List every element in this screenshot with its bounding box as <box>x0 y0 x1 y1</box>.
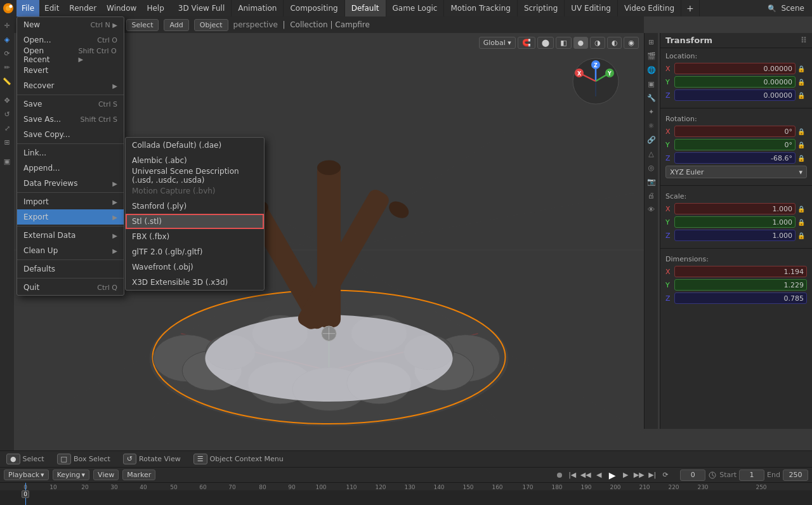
current-frame[interactable]: 0 <box>680 469 705 481</box>
prev-frame-btn[interactable]: ◀ <box>593 469 605 481</box>
menu-append[interactable]: Append... <box>17 161 124 176</box>
menu-quit[interactable]: Quit Ctrl Q <box>17 280 124 295</box>
add-cube-tool[interactable]: ▣ <box>1 155 13 167</box>
menu-open-recent[interactable]: Open Recent Shift Ctrl O ▶ <box>17 48 124 63</box>
particles-icon[interactable]: ✦ <box>645 105 658 118</box>
location-x-value[interactable]: 0.00000 <box>674 63 796 74</box>
transform-tool[interactable]: ⟳ <box>1 47 13 60</box>
jump-start-btn[interactable]: |◀ <box>566 469 578 481</box>
location-y-value[interactable]: 0.00000 <box>674 76 796 88</box>
tab-uvediting[interactable]: UV Editing <box>565 0 618 16</box>
menu-recover[interactable]: Recover ▶ <box>17 78 124 93</box>
scale-y-lock[interactable]: 🔒 <box>796 219 807 226</box>
menu-edit[interactable]: Edit <box>39 0 64 16</box>
export-usd[interactable]: Universal Scene Description (.usd, .usdc… <box>126 168 264 183</box>
scale-y-value[interactable]: 1.000 <box>674 216 796 228</box>
rotation-y-value[interactable]: 0° <box>674 139 796 150</box>
export-x3d[interactable]: X3D Extensible 3D (.x3d) <box>126 275 264 290</box>
tab-videoediting[interactable]: Video Editing <box>618 0 681 16</box>
menu-new[interactable]: New Ctrl N ▶ <box>17 17 124 32</box>
menu-link[interactable]: Link... <box>17 145 124 161</box>
transform-all-tool[interactable]: ⊞ <box>1 136 13 148</box>
menu-import[interactable]: Import ▶ <box>17 194 124 209</box>
menu-save-as[interactable]: Save As... Shift Ctrl S <box>17 112 124 127</box>
menu-file[interactable]: File <box>16 0 39 16</box>
play-btn[interactable]: ▶ <box>606 469 618 481</box>
export-obj[interactable]: Wavefront (.obj) <box>126 259 264 275</box>
location-y-lock[interactable]: 🔒 <box>796 79 807 86</box>
menu-revert[interactable]: Revert <box>17 63 124 78</box>
export-stanford[interactable]: Stanford (.ply) <box>126 199 264 214</box>
cursor-tool[interactable]: ✛ <box>1 19 13 32</box>
global-btn[interactable]: Global ▾ <box>479 37 516 49</box>
dim-y-value[interactable]: 1.229 <box>674 279 807 291</box>
object-btn[interactable]: Object <box>194 19 228 31</box>
physics-icon[interactable]: ⚛ <box>645 119 658 132</box>
rotation-z-value[interactable]: -68.6° <box>674 152 796 164</box>
menu-clean-up[interactable]: Clean Up ▶ <box>17 243 124 258</box>
select-tool[interactable]: ◈ <box>1 33 13 46</box>
render-icon[interactable]: 📷 <box>645 175 658 188</box>
end-frame[interactable]: 250 <box>783 469 808 481</box>
location-z-value[interactable]: 0.00000 <box>674 89 796 101</box>
rotate-tool[interactable]: ↺ <box>1 108 13 121</box>
constraints-icon[interactable]: 🔗 <box>645 133 658 146</box>
grab-tool[interactable]: ✥ <box>1 94 13 107</box>
export-gltf[interactable]: glTF 2.0 (.glb/.gltf) <box>126 244 264 259</box>
object-icon[interactable]: ▣ <box>645 77 658 90</box>
material-icon[interactable]: ◎ <box>645 161 658 174</box>
shading-solid[interactable]: ● <box>573 37 589 49</box>
jump-next-keyframe-btn[interactable]: ▶▶ <box>633 469 645 481</box>
scene-icon[interactable]: 🎬 <box>645 49 658 62</box>
next-frame-btn[interactable]: ▶ <box>620 469 631 481</box>
tab-scripting[interactable]: Scripting <box>518 0 565 16</box>
overlay-btn[interactable]: ⬤ <box>537 37 554 49</box>
search-icon[interactable]: 🔍 <box>766 2 778 15</box>
export-alembic[interactable]: Alembic (.abc) <box>126 153 264 168</box>
scale-x-lock[interactable]: 🔒 <box>796 206 807 213</box>
dim-z-value[interactable]: 0.785 <box>674 292 807 304</box>
tab-gamelogic[interactable]: Game Logic <box>386 0 445 16</box>
export-stl[interactable]: Stl (.stl) <box>126 214 264 229</box>
object-data-icon[interactable]: △ <box>645 147 658 160</box>
scale-z-lock[interactable]: 🔒 <box>796 232 807 239</box>
shading-eevee[interactable]: ◉ <box>624 37 639 49</box>
modifiers-icon[interactable]: 🔧 <box>645 91 658 104</box>
tab-default[interactable]: Default <box>345 0 386 16</box>
shading-material[interactable]: ◑ <box>590 37 605 49</box>
menu-open[interactable]: Open... Ctrl O <box>17 32 124 48</box>
tab-add[interactable]: + <box>681 0 700 16</box>
tab-compositing[interactable]: Compositing <box>284 0 344 16</box>
xray-btn[interactable]: ◧ <box>556 37 571 49</box>
measure-tool[interactable]: 📏 <box>1 75 13 88</box>
loop-btn[interactable]: ⟳ <box>660 469 671 481</box>
rotation-y-lock[interactable]: 🔒 <box>796 141 807 148</box>
jump-end-btn[interactable]: ▶| <box>646 469 658 481</box>
navigation-gizmo[interactable]: Z Y X <box>570 56 621 107</box>
view-icon[interactable]: 👁 <box>645 203 658 216</box>
view-tl-btn[interactable]: View <box>93 469 119 480</box>
output-icon[interactable]: 🖨 <box>645 189 658 202</box>
menu-window[interactable]: Window <box>102 0 141 16</box>
scale-x-value[interactable]: 1.000 <box>674 203 796 214</box>
export-fbx[interactable]: FBX (.fbx) <box>126 229 264 244</box>
menu-help[interactable]: Help <box>141 0 169 16</box>
view-layer-icon[interactable]: ⊞ <box>645 36 658 48</box>
menu-external-data[interactable]: External Data ▶ <box>17 228 124 243</box>
start-frame[interactable]: 1 <box>739 469 764 481</box>
select-btn[interactable]: Select <box>126 19 159 31</box>
keying-btn[interactable]: Keying ▾ <box>53 469 89 480</box>
playback-btn[interactable]: Playback ▾ <box>4 469 49 480</box>
snap-btn[interactable]: 🧲 <box>518 37 535 49</box>
menu-save[interactable]: Save Ctrl S <box>17 96 124 112</box>
location-x-lock[interactable]: 🔒 <box>796 65 807 72</box>
menu-save-copy[interactable]: Save Copy... <box>17 127 124 142</box>
world-icon[interactable]: 🌐 <box>645 63 658 76</box>
marker-btn[interactable]: Marker <box>122 469 155 480</box>
rotation-x-lock[interactable]: 🔒 <box>796 128 807 135</box>
timeline-ruler[interactable]: 0 10 20 30 40 50 60 70 80 90 100 110 120… <box>0 483 812 505</box>
scale-z-value[interactable]: 1.000 <box>674 230 796 241</box>
rotation-z-lock[interactable]: 🔒 <box>796 155 807 162</box>
current-frame-marker[interactable]: 0 <box>22 490 29 498</box>
menu-export[interactable]: Export ▶ <box>17 209 124 225</box>
